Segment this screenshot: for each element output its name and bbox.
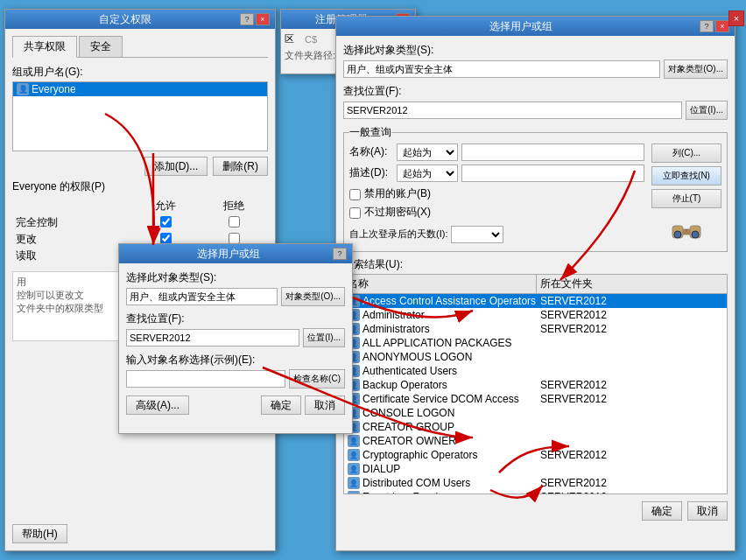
perm-full-allow-check[interactable] <box>160 216 172 228</box>
sf-check-button[interactable]: 检查名称(C) <box>289 369 345 388</box>
result-item[interactable]: 👤 Cryptographic Operators SERVER2012 <box>344 448 727 462</box>
perm-full-control: 完全控制 <box>12 214 268 231</box>
result-item[interactable]: 👤 CREATOR OWNER <box>344 434 727 448</box>
binoculars-icon <box>671 219 702 245</box>
group-users-section: 组或用户名(G): 👤 Everyone <box>12 65 268 151</box>
query-action-buttons: 列(C)... 立即查找(N) 停止(T) <box>651 144 721 248</box>
result-item[interactable]: 👤 CONSOLE LOGON <box>344 406 727 420</box>
remove-button[interactable]: 删除(R) <box>213 157 268 176</box>
result-item[interactable]: 👤 Administrators SERVER2012 <box>344 322 727 336</box>
result-folder: SERVER2012 <box>537 449 723 461</box>
desc-prefix-select[interactable]: 起始为 <box>397 164 458 182</box>
result-folder: SERVER2012 <box>537 491 723 494</box>
add-remove-buttons: 添加(D)... 删除(R) <box>12 157 268 176</box>
last-login-select[interactable] <box>451 226 503 243</box>
note-text: 用 <box>17 276 26 287</box>
everyone-label: Everyone <box>32 83 76 95</box>
svg-point-4 <box>692 231 699 238</box>
sf-location-button[interactable]: 位置(I)... <box>303 328 345 347</box>
group-listbox[interactable]: 👤 Everyone <box>12 81 268 151</box>
tab-security[interactable]: 安全 <box>79 36 123 57</box>
select-front-help[interactable]: ? <box>333 248 347 260</box>
name-prefix-select[interactable]: 起始为 <box>397 144 458 161</box>
col-name-header <box>12 198 131 214</box>
result-icon: 👤 <box>348 477 360 489</box>
sf-object-type-group: 选择此对象类型(S): 对象类型(O)... <box>126 270 345 306</box>
sf-object-type-input[interactable] <box>126 288 278 305</box>
result-name: 👤 Event Log Readers <box>348 491 537 494</box>
search-now-button[interactable]: 立即查找(N) <box>651 166 721 186</box>
sf-cancel-button[interactable]: 取消 <box>305 396 345 415</box>
sf-ok-button[interactable]: 确定 <box>261 396 301 415</box>
name-value-input[interactable] <box>461 144 644 161</box>
result-folder: SERVER2012 <box>537 295 723 307</box>
sm-location-button[interactable]: 位置(I)... <box>686 101 728 120</box>
sm-location-group: 查找位置(F): 位置(I)... <box>343 84 728 120</box>
group-item-everyone[interactable]: 👤 Everyone <box>13 82 267 96</box>
sf-name-input[interactable] <box>126 370 285 388</box>
perm-read-label: 读取 <box>12 248 131 264</box>
result-folder: SERVER2012 <box>537 323 723 335</box>
sm-location-input[interactable] <box>343 102 682 119</box>
sf-object-type-button[interactable]: 对象类型(O)... <box>281 287 345 306</box>
disabled-acct-check[interactable] <box>349 189 361 200</box>
result-item[interactable]: 👤 CREATOR GROUP <box>344 420 727 434</box>
allow-header: 允许 <box>131 198 200 214</box>
result-item[interactable]: 👤 Certificate Service DCOM Access SERVER… <box>344 392 727 406</box>
everyone-icon: 👤 <box>17 83 29 95</box>
svg-rect-2 <box>683 229 690 234</box>
result-list[interactable]: 👤 Access Control Assistance Operators SE… <box>343 293 728 494</box>
main-bottom-buttons: 确定 取消 <box>343 501 728 521</box>
desc-row: 描述(D): 起始为 <box>349 164 644 182</box>
customize-title: 自定义权限 <box>11 12 240 27</box>
sf-location-input[interactable] <box>126 329 299 346</box>
stop-button[interactable]: 停止(T) <box>651 189 721 208</box>
main-ok-button[interactable]: 确定 <box>642 501 682 521</box>
sf-name-row: 检查名称(C) <box>126 369 345 388</box>
perm-full-deny-check[interactable] <box>229 216 240 228</box>
result-name: 👤 Administrator <box>348 309 537 321</box>
search-icon-placeholder <box>651 219 721 248</box>
name-label: 名称(A): <box>349 144 393 159</box>
search-results-label: 搜索结果(U): <box>343 257 728 272</box>
add-button[interactable]: 添加(D)... <box>144 157 208 176</box>
result-folder: SERVER2012 <box>537 379 723 391</box>
sm-object-type-button[interactable]: 对象类型(O)... <box>664 60 728 79</box>
sf-location-label: 查找位置(F): <box>126 312 345 326</box>
result-item[interactable]: 👤 Authenticated Users <box>344 364 727 378</box>
result-icon: 👤 <box>348 463 360 475</box>
perm-change-allow-check[interactable] <box>160 233 172 244</box>
no-expire-row: 不过期密码(X) <box>349 204 644 222</box>
result-item[interactable]: 👤 ANONYMOUS LOGON <box>344 350 727 364</box>
no-expire-check[interactable] <box>349 207 361 219</box>
result-item[interactable]: 👤 Administrator SERVER2012 <box>344 308 727 322</box>
result-item[interactable]: 👤 Distributed COM Users SERVER2012 <box>344 476 727 490</box>
select-front-title: 选择用户或组 <box>124 247 333 262</box>
sf-advanced-button[interactable]: 高级(A)... <box>126 396 189 415</box>
screen-close-button[interactable]: × <box>728 10 744 26</box>
tab-bar: 共享权限 安全 <box>12 36 268 58</box>
result-icon: 👤 <box>348 449 360 461</box>
close-button[interactable]: × <box>256 13 270 25</box>
sm-object-type-group: 选择此对象类型(S): 对象类型(O)... <box>343 43 728 79</box>
sm-object-type-label: 选择此对象类型(S): <box>343 43 728 58</box>
sf-location-row: 位置(I)... <box>126 328 345 347</box>
result-item[interactable]: 👤 Event Log Readers SERVER2012 <box>344 490 727 494</box>
result-item[interactable]: 👤 Backup Operators SERVER2012 <box>344 378 727 392</box>
desc-value-input[interactable] <box>461 164 644 182</box>
select-main-close[interactable]: × <box>715 20 729 32</box>
help-button[interactable]: ? <box>240 13 254 25</box>
main-cancel-button[interactable]: 取消 <box>687 501 728 521</box>
perm-change-deny-check[interactable] <box>229 233 240 244</box>
select-main-help[interactable]: ? <box>700 20 714 32</box>
name-row: 名称(A): 起始为 <box>349 144 644 161</box>
col-button[interactable]: 列(C)... <box>651 144 721 163</box>
result-item[interactable]: 👤 Access Control Assistance Operators SE… <box>344 294 727 308</box>
result-item[interactable]: 👤 ALL APPLICATION PACKAGES <box>344 336 727 350</box>
tab-share-permissions[interactable]: 共享权限 <box>12 36 77 58</box>
select-main-titlebar: 选择用户或组 ? × <box>336 17 735 36</box>
sm-object-type-input[interactable] <box>343 60 660 78</box>
help-bottom-button[interactable]: 帮助(H) <box>12 524 67 543</box>
sf-object-type-row: 对象类型(O)... <box>126 287 345 306</box>
result-item[interactable]: 👤 DIALUP <box>344 462 727 476</box>
